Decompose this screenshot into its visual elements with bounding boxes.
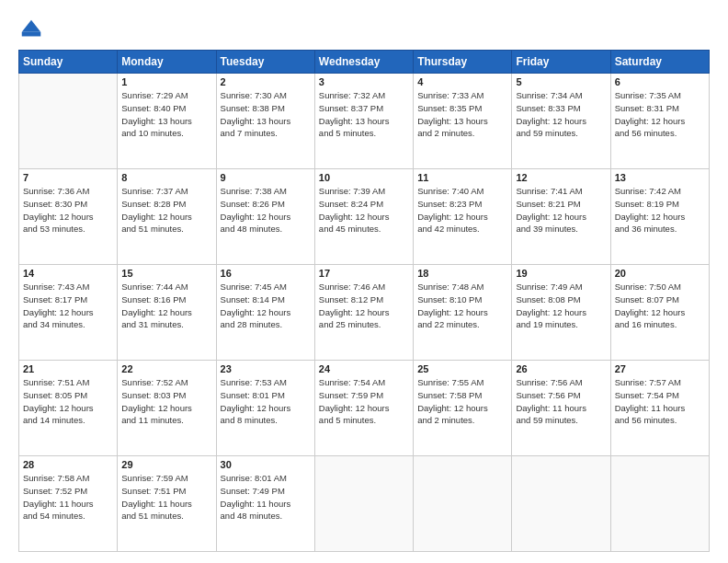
cell-line: and 22 minutes.	[417, 318, 507, 331]
svg-rect-1	[22, 32, 41, 37]
weekday-header-thursday: Thursday	[414, 51, 512, 74]
day-number: 14	[23, 268, 113, 279]
cell-line: Daylight: 12 hours	[23, 306, 113, 319]
calendar-row: 14Sunrise: 7:43 AMSunset: 8:17 PMDayligh…	[19, 265, 710, 361]
cell-line: Sunrise: 7:32 AM	[319, 89, 409, 102]
calendar-cell: 20Sunrise: 7:50 AMSunset: 8:07 PMDayligh…	[610, 265, 709, 361]
cell-line: Daylight: 11 hours	[516, 402, 606, 415]
cell-line: Sunrise: 7:57 AM	[615, 376, 705, 389]
cell-line: and 54 minutes.	[23, 510, 113, 523]
calendar-cell: 1Sunrise: 7:29 AMSunset: 8:40 PMDaylight…	[118, 74, 216, 169]
day-number: 24	[319, 363, 409, 374]
cell-line: Sunset: 8:03 PM	[121, 389, 211, 402]
cell-line: Sunset: 8:19 PM	[615, 198, 705, 211]
cell-line: and 56 minutes.	[615, 127, 705, 140]
calendar-cell: 4Sunrise: 7:33 AMSunset: 8:35 PMDaylight…	[414, 74, 512, 169]
day-number: 4	[417, 76, 507, 87]
cell-line: Sunrise: 7:46 AM	[319, 281, 409, 293]
cell-line: and 8 minutes.	[221, 414, 311, 427]
day-number: 8	[121, 172, 211, 183]
calendar-cell: 19Sunrise: 7:49 AMSunset: 8:08 PMDayligh…	[512, 265, 610, 361]
cell-line: and 14 minutes.	[23, 414, 113, 427]
calendar-cell: 11Sunrise: 7:40 AMSunset: 8:23 PMDayligh…	[414, 169, 512, 265]
day-number: 26	[516, 363, 606, 374]
cell-line: Sunrise: 7:36 AM	[23, 185, 113, 198]
cell-line: and 19 minutes.	[516, 318, 606, 331]
cell-line: Daylight: 12 hours	[23, 211, 113, 224]
calendar-cell: 29Sunrise: 7:59 AMSunset: 7:51 PMDayligh…	[118, 456, 216, 552]
cell-line: Daylight: 12 hours	[23, 402, 113, 415]
cell-line: Daylight: 11 hours	[121, 498, 211, 511]
weekday-header-saturday: Saturday	[610, 51, 709, 74]
day-number: 9	[221, 172, 311, 183]
cell-line: and 31 minutes.	[121, 318, 211, 331]
cell-line: Sunrise: 8:01 AM	[221, 472, 311, 485]
cell-line: Daylight: 13 hours	[121, 115, 211, 128]
cell-line: and 51 minutes.	[121, 223, 211, 236]
cell-line: and 28 minutes.	[221, 318, 311, 331]
cell-line: Daylight: 13 hours	[221, 115, 311, 128]
day-number: 27	[615, 363, 705, 374]
cell-line: and 11 minutes.	[121, 414, 211, 427]
calendar-cell: 6Sunrise: 7:35 AMSunset: 8:31 PMDaylight…	[610, 74, 709, 169]
weekday-header-friday: Friday	[512, 51, 610, 74]
cell-line: Sunset: 8:31 PM	[615, 102, 705, 115]
calendar-cell	[19, 74, 118, 169]
cell-line: Daylight: 12 hours	[417, 211, 507, 224]
cell-line: and 2 minutes.	[417, 414, 507, 427]
cell-line: Daylight: 12 hours	[319, 211, 409, 224]
cell-line: Sunrise: 7:45 AM	[221, 281, 311, 293]
cell-line: and 2 minutes.	[417, 127, 507, 140]
cell-line: Sunset: 7:59 PM	[319, 389, 409, 402]
calendar-cell: 15Sunrise: 7:44 AMSunset: 8:16 PMDayligh…	[118, 265, 216, 361]
cell-line: Sunset: 8:12 PM	[319, 293, 409, 306]
weekday-header-monday: Monday	[118, 51, 216, 74]
cell-line: Sunset: 8:30 PM	[23, 198, 113, 211]
cell-line: Sunset: 8:17 PM	[23, 293, 113, 306]
day-number: 15	[121, 268, 211, 279]
cell-line: Sunrise: 7:50 AM	[615, 281, 705, 293]
cell-line: and 59 minutes.	[516, 414, 606, 427]
cell-line: and 36 minutes.	[615, 223, 705, 236]
day-number: 18	[417, 268, 507, 279]
calendar-cell	[314, 456, 413, 552]
cell-line: and 7 minutes.	[221, 127, 311, 140]
cell-line: Sunrise: 7:58 AM	[23, 472, 113, 485]
calendar-header: SundayMondayTuesdayWednesdayThursdayFrid…	[19, 51, 710, 74]
day-number: 16	[221, 268, 311, 279]
day-number: 29	[121, 459, 211, 470]
cell-line: Sunset: 8:10 PM	[417, 293, 507, 306]
cell-line: Sunrise: 7:38 AM	[221, 185, 311, 198]
weekday-row: SundayMondayTuesdayWednesdayThursdayFrid…	[19, 51, 710, 74]
calendar-cell	[610, 456, 709, 552]
cell-line: Sunset: 8:23 PM	[417, 198, 507, 211]
calendar-cell: 27Sunrise: 7:57 AMSunset: 7:54 PMDayligh…	[610, 361, 709, 456]
cell-line: Daylight: 12 hours	[615, 306, 705, 319]
calendar-cell: 18Sunrise: 7:48 AMSunset: 8:10 PMDayligh…	[414, 265, 512, 361]
cell-line: Sunset: 8:21 PM	[516, 198, 606, 211]
day-number: 21	[23, 363, 113, 374]
calendar-cell: 13Sunrise: 7:42 AMSunset: 8:19 PMDayligh…	[610, 169, 709, 265]
cell-line: Daylight: 12 hours	[417, 306, 507, 319]
day-number: 5	[516, 76, 606, 87]
day-number: 23	[221, 363, 311, 374]
page-header	[18, 17, 710, 42]
cell-line: Sunset: 8:07 PM	[615, 293, 705, 306]
cell-line: Daylight: 12 hours	[121, 402, 211, 415]
cell-line: Daylight: 12 hours	[319, 306, 409, 319]
calendar-cell: 28Sunrise: 7:58 AMSunset: 7:52 PMDayligh…	[19, 456, 118, 552]
cell-line: Daylight: 12 hours	[516, 115, 606, 128]
day-number: 3	[319, 76, 409, 87]
cell-line: and 53 minutes.	[23, 223, 113, 236]
calendar-cell: 9Sunrise: 7:38 AMSunset: 8:26 PMDaylight…	[216, 169, 314, 265]
cell-line: Sunrise: 7:53 AM	[221, 376, 311, 389]
calendar-cell: 17Sunrise: 7:46 AMSunset: 8:12 PMDayligh…	[314, 265, 413, 361]
day-number: 22	[121, 363, 211, 374]
day-number: 25	[417, 363, 507, 374]
cell-line: Sunset: 8:14 PM	[221, 293, 311, 306]
calendar-cell: 16Sunrise: 7:45 AMSunset: 8:14 PMDayligh…	[216, 265, 314, 361]
cell-line: Sunrise: 7:41 AM	[516, 185, 606, 198]
cell-line: Sunrise: 7:54 AM	[319, 376, 409, 389]
cell-line: Sunrise: 7:30 AM	[221, 89, 311, 102]
cell-line: Sunset: 7:49 PM	[221, 485, 311, 498]
